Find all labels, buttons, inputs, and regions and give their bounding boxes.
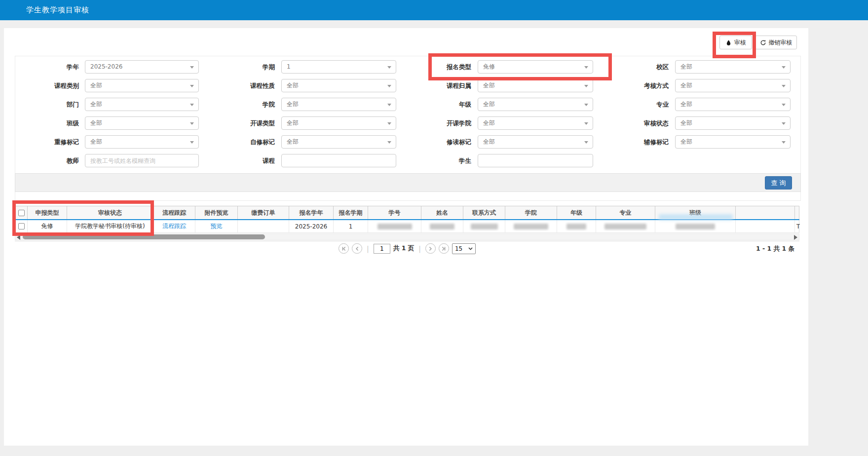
- row-cell-grade: [557, 220, 596, 232]
- filter-select-value: 全部: [90, 119, 102, 126]
- first-page-button[interactable]: [339, 243, 349, 254]
- horizontal-scrollbar[interactable]: [15, 233, 799, 240]
- filter-label-minor-flag: 辅修标记: [614, 135, 669, 149]
- caret-down-icon: [387, 122, 391, 125]
- page-size-select[interactable]: 15: [452, 243, 476, 254]
- filter-label-course-category: 课程类别: [25, 79, 79, 92]
- filter-label-retake-flag: 重修标记: [25, 135, 79, 149]
- row-checkbox[interactable]: [18, 223, 25, 229]
- column-header-label: 报名学期: [339, 209, 363, 217]
- page-number-input[interactable]: [374, 244, 390, 254]
- filter-select-grade[interactable]: 全部: [478, 98, 593, 111]
- row-cell-student-no: [368, 220, 421, 232]
- column-header-label: 审核状态: [98, 209, 122, 217]
- filter-select-audit-status[interactable]: 全部: [675, 116, 791, 130]
- row-cell-declare-type: 免修: [28, 220, 67, 232]
- query-button[interactable]: 查 询: [765, 176, 792, 190]
- filter-select-major[interactable]: 全部: [675, 98, 791, 111]
- caret-down-icon: [584, 85, 588, 87]
- filter-select-signup-type[interactable]: 免修: [478, 60, 593, 74]
- scrollbar-thumb[interactable]: [23, 234, 265, 239]
- column-header-payment-order: 缴费订单: [238, 206, 289, 219]
- filter-select-offer-type[interactable]: 全部: [281, 116, 396, 130]
- caret-down-icon: [387, 104, 391, 106]
- droplet-icon: [725, 39, 732, 46]
- filter-select-department[interactable]: 全部: [85, 98, 199, 111]
- filter-label-audit-status: 审核状态: [614, 116, 669, 130]
- filter-select-course-belong[interactable]: 全部: [478, 79, 593, 92]
- top-title-bar: 学生教学项目审核: [0, 0, 868, 20]
- column-header-label: 年级: [570, 209, 582, 217]
- revoke-approve-button[interactable]: 撤销审核: [755, 36, 797, 49]
- filter-select-course-nature[interactable]: 全部: [281, 79, 396, 92]
- link-process-track[interactable]: 流程跟踪: [162, 222, 186, 230]
- filter-input-student[interactable]: [478, 154, 593, 167]
- prev-page-button[interactable]: [352, 243, 362, 254]
- table-row: 免修学院教学秘书审核(待审核)流程跟踪预览2025-20261T: [15, 220, 799, 233]
- caret-down-icon: [190, 66, 194, 69]
- filter-label-student: 学生: [417, 154, 471, 167]
- column-header-label: 学院: [525, 209, 537, 217]
- filter-input-course[interactable]: [281, 154, 396, 167]
- refresh-icon: [760, 39, 766, 46]
- column-header-extra: [736, 206, 795, 219]
- filter-select-course-category[interactable]: 全部: [85, 79, 199, 92]
- filter-select-retake-flag[interactable]: 全部: [85, 135, 199, 149]
- caret-down-icon: [387, 141, 391, 144]
- select-all-checkbox[interactable]: [18, 210, 25, 216]
- scroll-left-icon[interactable]: [17, 235, 20, 240]
- first-page-icon: [341, 246, 346, 251]
- link-attachment-preview[interactable]: 预览: [211, 222, 223, 230]
- column-header-label: 缴费订单: [252, 209, 275, 217]
- filter-select-value: 1: [287, 63, 291, 70]
- filter-label-class: 班级: [25, 116, 79, 130]
- filter-label-selfstudy-flag: 自修标记: [221, 135, 275, 149]
- filter-label-course-belong: 课程归属: [417, 79, 471, 92]
- filter-select-offer-college[interactable]: 全部: [478, 116, 593, 130]
- filter-select-assess-method[interactable]: 全部: [675, 79, 791, 92]
- filter-label-grade: 年级: [417, 98, 471, 111]
- filter-select-study-flag[interactable]: 全部: [478, 135, 593, 149]
- filter-label-department: 部门: [25, 98, 79, 111]
- caret-down-icon: [190, 122, 194, 125]
- next-page-button[interactable]: [425, 243, 436, 254]
- chevron-down-icon: [468, 247, 473, 250]
- row-cell-class: [655, 220, 736, 232]
- filter-select-semester[interactable]: 1: [281, 60, 396, 74]
- total-pages-label: 共 1 页: [393, 244, 414, 253]
- redacted-value: [377, 224, 412, 229]
- caret-down-icon: [584, 122, 588, 125]
- column-header-label: 姓名: [436, 209, 448, 217]
- filter-select-minor-flag[interactable]: 全部: [675, 135, 791, 149]
- filter-select-school-year[interactable]: 2025-2026: [85, 60, 199, 74]
- caret-down-icon: [782, 122, 786, 125]
- caret-down-icon: [387, 66, 391, 69]
- filter-select-value: 全部: [287, 138, 299, 145]
- filter-select-value: 全部: [287, 119, 299, 126]
- page-size-value: 15: [455, 245, 462, 252]
- filter-select-campus[interactable]: 全部: [675, 60, 791, 74]
- last-page-icon: [441, 246, 446, 251]
- cell-text: 免修: [41, 222, 53, 230]
- scroll-right-icon[interactable]: [794, 235, 797, 240]
- filter-label-study-flag: 修读标记: [417, 135, 471, 149]
- caret-down-icon: [584, 66, 588, 69]
- filter-label-major: 专业: [614, 98, 669, 111]
- prev-page-icon: [355, 246, 360, 251]
- filter-select-value: 全部: [90, 82, 102, 89]
- filter-label-course: 课程: [221, 154, 275, 167]
- column-header-student-no: 学号: [368, 206, 421, 219]
- page-title: 学生教学项目审核: [26, 0, 89, 20]
- approve-button[interactable]: 审核: [719, 36, 752, 49]
- filter-select-college[interactable]: 全部: [281, 98, 396, 111]
- filter-label-course-nature: 课程性质: [221, 79, 275, 92]
- cell-text: T: [796, 223, 800, 230]
- cell-text: 2025-2026: [295, 223, 327, 230]
- filter-select-value: 全部: [680, 63, 692, 70]
- last-page-button[interactable]: [439, 243, 449, 254]
- filter-label-school-year: 学年: [25, 60, 79, 74]
- filter-select-selfstudy-flag[interactable]: 全部: [281, 135, 396, 149]
- filter-select-value: 全部: [680, 82, 692, 89]
- filter-select-class[interactable]: 全部: [85, 116, 199, 130]
- filter-input-teacher[interactable]: [85, 154, 199, 167]
